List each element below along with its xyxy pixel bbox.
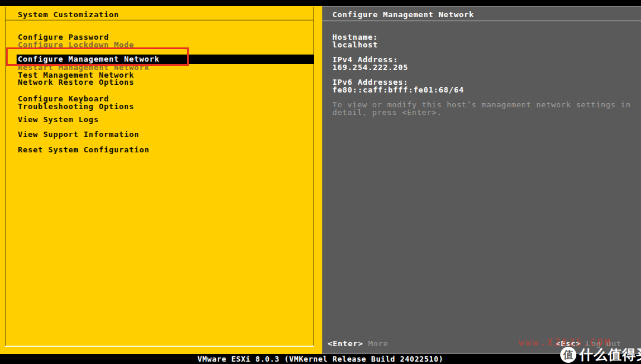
ipv4-value: 169.254.222.205 (332, 63, 408, 72)
top-black-bar (0, 0, 641, 6)
menu-item-troubleshooting-options[interactable]: Troubleshooting Options (18, 103, 134, 111)
right-title-separator (322, 20, 641, 21)
ipv6-value: fe80::caff:bfff:fe01:68/64 (332, 86, 464, 94)
help-text-line2: detail, press <Enter>. (332, 108, 442, 117)
menu-item-network-restore-options[interactable]: Network Restore Options (18, 78, 134, 87)
esxi-version-bar: VMware ESXi 8.0.3 (VMKernel Release Buil… (0, 354, 641, 364)
menu-item-reset-system-configuration[interactable]: Reset System Configuration (18, 146, 150, 154)
red-highlight-annotation (6, 47, 189, 66)
smzdm-watermark: 值 什么值得买 (560, 346, 641, 364)
menu-item-view-system-logs[interactable]: View System Logs (18, 116, 99, 124)
panel-frame-bottom (5, 346, 314, 347)
management-network-detail-panel: Configure Management Network Hostname: l… (322, 6, 641, 354)
smzdm-watermark-text: 什么值得买 (579, 346, 641, 364)
hotkey-enter-more[interactable]: <Enter> More (328, 339, 388, 348)
esxi-version-text: VMware ESXi 8.0.3 (VMKernel Release Buil… (198, 355, 443, 363)
enter-key-hint: <Enter> (328, 339, 363, 348)
menu-item-view-support-information[interactable]: View Support Information (18, 130, 139, 139)
enter-key-action: More (363, 339, 389, 348)
right-panel-title: Configure Management Network (332, 10, 474, 19)
left-panel-title: System Customization (18, 10, 119, 19)
dcui-main: System Customization Configure Password … (0, 6, 641, 354)
system-customization-panel: System Customization Configure Password … (0, 6, 322, 354)
smzdm-badge-icon: 值 (560, 347, 576, 363)
hostname-value: localhost (332, 41, 378, 49)
left-title-separator (5, 20, 314, 21)
